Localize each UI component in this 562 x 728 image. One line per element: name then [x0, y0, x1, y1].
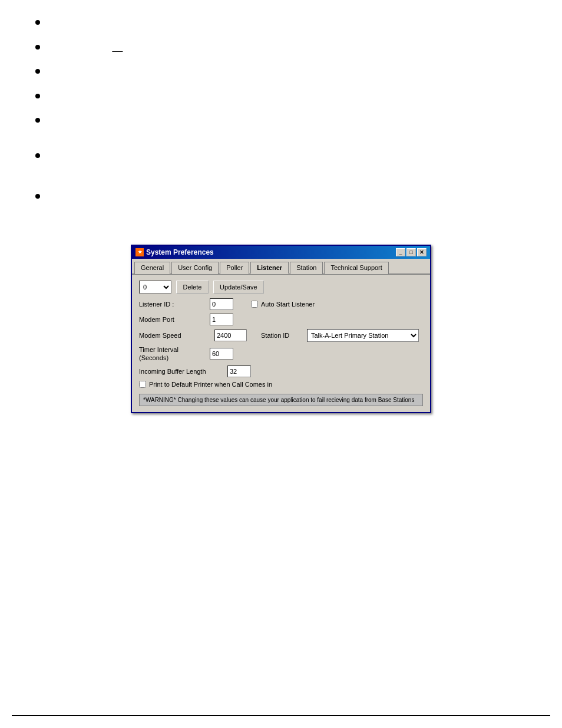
- bullet-item-1: [35, 18, 527, 29]
- close-button[interactable]: ✕: [417, 248, 427, 256]
- bullet-item-6: [35, 151, 527, 163]
- system-preferences-dialog: ★ System Preferences _ □ ✕ General User …: [131, 245, 431, 414]
- dialog-titlebar: ★ System Preferences _ □ ✕: [132, 246, 430, 259]
- dialog-tabs: General User Config Poller Listener Stat…: [132, 259, 430, 275]
- bullet-item-3: [35, 67, 527, 78]
- modem-port-input[interactable]: [210, 314, 233, 325]
- tab-general[interactable]: General: [134, 262, 170, 274]
- delete-button[interactable]: Delete: [176, 281, 209, 294]
- minimize-button[interactable]: _: [396, 248, 405, 256]
- incoming-buffer-row: Incoming Buffer Length: [139, 365, 423, 377]
- bullet-dot-3: [35, 69, 40, 74]
- title-left: ★ System Preferences: [135, 248, 214, 256]
- bullet-item-7: [35, 192, 527, 203]
- listener-id-label: Listener ID :: [139, 301, 210, 308]
- tab-station[interactable]: Station: [290, 262, 323, 274]
- bottom-rule: [12, 715, 550, 716]
- bullet-text-6: [48, 151, 527, 163]
- bullet-item-5: [35, 116, 527, 127]
- print-default-row: Print to Default Printer when Call Comes…: [139, 381, 423, 388]
- bullet-text-4: [48, 91, 527, 103]
- print-default-label: Print to Default Printer when Call Comes…: [149, 381, 272, 388]
- dialog-title-text: System Preferences: [146, 248, 214, 256]
- modem-speed-row: Modem Speed Station ID Talk-A-Lert Prima…: [139, 329, 423, 342]
- dialog-body: 0 Delete Update/Save Listener ID : Auto …: [132, 275, 430, 413]
- top-row: 0 Delete Update/Save: [139, 281, 423, 294]
- bullet-item-4: [35, 91, 527, 103]
- listener-dropdown[interactable]: 0: [139, 281, 171, 294]
- timer-interval-input[interactable]: [210, 348, 233, 360]
- bullet-text-5: [48, 116, 527, 127]
- modem-port-row: Modem Port: [139, 314, 423, 325]
- station-id-label: Station ID: [261, 332, 302, 339]
- title-controls[interactable]: _ □ ✕: [396, 248, 427, 256]
- timer-interval-row: Timer Interval (Seconds): [139, 345, 423, 363]
- modem-port-label: Modem Port: [139, 316, 210, 323]
- timer-interval-label: Timer Interval (Seconds): [139, 345, 210, 363]
- bullet-dot-1: [35, 20, 40, 25]
- tab-technical-support[interactable]: Technical Support: [324, 262, 388, 274]
- bullet-dot-7: [35, 194, 40, 199]
- tab-listener[interactable]: Listener: [250, 262, 289, 274]
- station-id-dropdown[interactable]: Talk-A-Lert Primary Station: [307, 329, 419, 342]
- bullet-dot-2: [35, 45, 40, 50]
- listener-id-input[interactable]: [210, 298, 233, 310]
- auto-start-checkbox[interactable]: [251, 301, 258, 308]
- bullet-text-2: [48, 42, 527, 54]
- modem-speed-input[interactable]: [214, 330, 247, 341]
- bullet-item-2: [35, 42, 527, 54]
- print-default-checkbox[interactable]: [139, 381, 146, 388]
- maximize-button[interactable]: □: [406, 248, 416, 256]
- update-save-button[interactable]: Update/Save: [213, 281, 264, 294]
- tab-user-config[interactable]: User Config: [171, 262, 219, 274]
- listener-id-row: Listener ID : Auto Start Listener: [139, 298, 423, 310]
- bullet-text-7: [48, 192, 527, 203]
- bullet-section: [0, 0, 562, 239]
- title-icon: ★: [135, 248, 144, 256]
- auto-start-label: Auto Start Listener: [261, 301, 315, 308]
- bullet-dot-6: [35, 153, 40, 158]
- bullet-dot-4: [35, 94, 40, 98]
- incoming-buffer-label: Incoming Buffer Length: [139, 368, 227, 375]
- dialog-overlay: ★ System Preferences _ □ ✕ General User …: [0, 239, 562, 414]
- bullet-text-1: [48, 18, 527, 29]
- modem-speed-label: Modem Speed: [139, 332, 210, 339]
- warning-bar: *WARNING* Changing these values can caus…: [139, 394, 423, 406]
- warning-text: *WARNING* Changing these values can caus…: [143, 397, 414, 403]
- bullet-dot-5: [35, 118, 40, 123]
- bullet-text-3: [48, 67, 527, 78]
- incoming-buffer-input[interactable]: [227, 365, 251, 377]
- tab-poller[interactable]: Poller: [220, 262, 249, 274]
